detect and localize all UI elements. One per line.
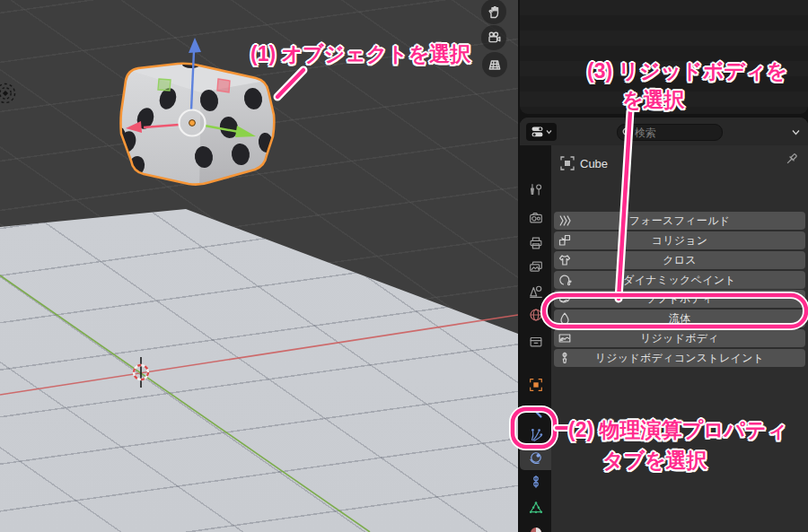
dice-body: [121, 64, 275, 185]
gizmo-plane-handle-y[interactable]: [158, 79, 171, 91]
tab-view-layer[interactable]: [520, 255, 551, 280]
wrench-icon: [528, 404, 544, 420]
dice-pips: [108, 61, 274, 178]
force-field-icon: [558, 214, 572, 228]
tab-render[interactable]: [520, 205, 551, 231]
world-globe-icon: [528, 307, 544, 323]
constraints-icon: [528, 474, 544, 490]
force-field-button[interactable]: フォースフィールド: [554, 212, 805, 230]
gizmo-center-ring[interactable]: [180, 110, 206, 136]
render-camera-icon: [528, 210, 544, 226]
step3-annotation-line1: (3) リジッドボディを: [587, 57, 787, 85]
output-printer-icon: [528, 235, 544, 251]
gizmo-x-arrow[interactable]: [126, 121, 179, 133]
orthographic-grid-button[interactable]: [482, 52, 507, 77]
light-object-icon[interactable]: [0, 79, 20, 108]
tab-tool[interactable]: [520, 178, 551, 203]
ground-plane[interactable]: [0, 0, 518, 532]
step3-annotation-line2: を選択: [622, 86, 685, 114]
material-sphere-icon: [528, 525, 544, 532]
move-gizmo[interactable]: [115, 31, 268, 144]
chevron-down-icon: [792, 129, 800, 135]
cube-breadcrumb-icon: [558, 154, 576, 172]
search-input[interactable]: [635, 126, 711, 139]
rigid-body-constraint-icon: [558, 351, 572, 365]
object-data-icon: [528, 500, 544, 516]
fluid-button[interactable]: 流体: [554, 310, 805, 327]
object-origin-dot: [189, 120, 196, 126]
properties-editor-icon: [531, 126, 545, 138]
properties-header: [520, 118, 808, 145]
collision-icon: [558, 233, 572, 248]
step2-annotation-line2: タブを選択: [602, 447, 707, 475]
fluid-droplet-icon: [558, 311, 572, 326]
search-field[interactable]: [617, 124, 723, 141]
rigid-body-label: リジッドボディ: [640, 331, 719, 346]
rigid-body-constraint-label: リジッドボディコンストレイント: [595, 351, 765, 366]
collision-label: コリジョン: [652, 233, 708, 249]
cloth-button[interactable]: クロス: [554, 251, 805, 269]
gizmo-y-arrow[interactable]: [205, 126, 256, 137]
camera-view-button[interactable]: [481, 25, 506, 50]
breadcrumb-object-name: Cube: [580, 157, 608, 170]
selection-outline: [121, 64, 275, 185]
dynamic-paint-button[interactable]: ダイナミックペイント: [554, 271, 805, 289]
tab-world[interactable]: [520, 302, 551, 327]
properties-tab-column: [520, 145, 551, 532]
tab-output[interactable]: [520, 231, 551, 256]
collision-button[interactable]: コリジョン: [554, 231, 805, 249]
physics-icon: [528, 449, 544, 466]
gizmo-plane-handle-x[interactable]: [217, 79, 230, 92]
dynamic-paint-label: ダイナミックペイント: [623, 273, 736, 288]
tab-scene[interactable]: [520, 279, 551, 304]
filter-options-button[interactable]: [786, 123, 805, 141]
cloth-shirt-icon: [558, 253, 572, 267]
tab-data[interactable]: [520, 495, 551, 520]
rigid-body-button[interactable]: リジッドボディ: [554, 329, 805, 347]
soft-body-button[interactable]: ソフトボディ: [554, 290, 805, 308]
perspective-grid-icon: [487, 57, 503, 73]
gizmo-z-arrow[interactable]: [189, 38, 201, 110]
tab-collection[interactable]: [520, 329, 551, 354]
tab-material[interactable]: [520, 520, 551, 532]
tab-physics[interactable]: [520, 445, 551, 470]
soft-body-label: ソフトボディ: [646, 292, 714, 307]
object-properties-icon: [528, 377, 544, 393]
scene-icon: [528, 283, 544, 300]
step1-annotation: (1) オブジェクトを選択: [250, 40, 470, 68]
view-layer-icon: [528, 259, 544, 275]
editor-type-button[interactable]: [526, 123, 557, 141]
tab-particles[interactable]: [520, 423, 551, 448]
hand-icon: [486, 4, 502, 20]
collection-box-icon: [528, 334, 544, 350]
tab-object[interactable]: [520, 372, 551, 397]
camera-icon: [486, 30, 502, 46]
tab-constraints[interactable]: [520, 469, 551, 494]
soft-body-icon: [558, 292, 572, 306]
force-field-label: フォースフィールド: [629, 214, 731, 229]
pan-hand-button[interactable]: [481, 0, 506, 24]
pin-icon[interactable]: [781, 150, 801, 170]
step2-annotation-line1: (2) 物理演算プロパティ: [568, 416, 787, 444]
tab-modifiers[interactable]: [520, 399, 551, 424]
tool-icon: [528, 182, 544, 198]
particles-icon: [528, 427, 544, 443]
chevron-down-icon: [546, 129, 552, 135]
dice-faces: [108, 61, 275, 186]
dynamic-paint-icon: [558, 273, 572, 287]
rigid-body-constraint-button[interactable]: リジッドボディコンストレイント: [554, 349, 805, 367]
rigid-body-icon: [558, 331, 572, 345]
viewport-3d[interactable]: [0, 0, 518, 532]
search-icon: [622, 127, 632, 137]
cloth-label: クロス: [663, 253, 697, 268]
fluid-label: 流体: [669, 311, 691, 327]
